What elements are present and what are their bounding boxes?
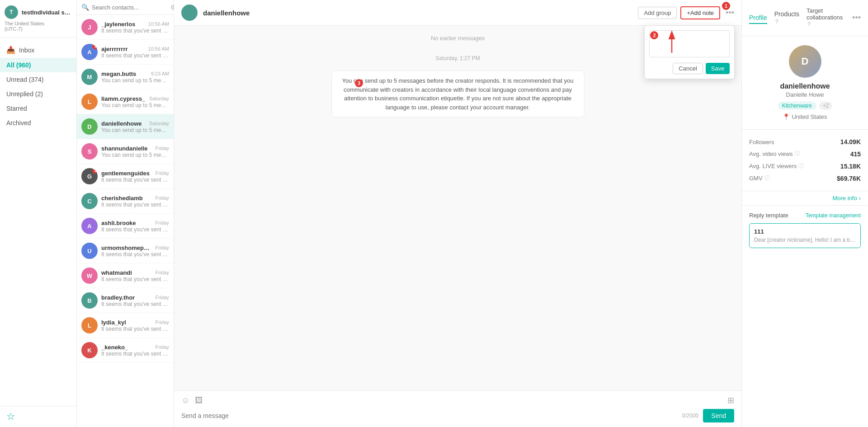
search-icon: 🔍 <box>81 4 89 11</box>
contact-item-cherishedlamb[interactable]: C cherishedlamb Friday It seems that you… <box>77 189 174 214</box>
avatar: K <box>81 342 98 358</box>
contact-item-jaylenerlos[interactable]: J _jaylenerlos 10:56 AM It seems that yo… <box>77 15 174 40</box>
contact-preview: It seems that you've sent too ... <box>101 177 169 183</box>
stat-value-followers: 14.09K <box>840 138 861 145</box>
contact-item-lydia-kyl[interactable]: L lydia_kyl Friday It seems that you've … <box>77 313 174 338</box>
starred-icon-button[interactable]: ☆ <box>6 411 15 422</box>
contact-preview: It seems that you've sent too ... <box>101 28 169 34</box>
contact-item-keneko[interactable]: K _keneko_ Friday It seems that you've s… <box>77 338 174 363</box>
contact-item-daniellenhowe[interactable]: D daniellenhowe Saturday You can send up… <box>77 114 174 139</box>
stat-value-gmv: $69.76K <box>837 175 861 182</box>
contact-time: 10:56 AM <box>148 21 169 27</box>
note-textarea[interactable] <box>649 30 730 57</box>
contact-name: urmomshomephone <box>101 244 151 251</box>
add-note-button[interactable]: +Add note <box>680 6 720 19</box>
sidebar-country: The United States <box>5 21 72 26</box>
contact-item-liamm-cypress[interactable]: L liamm.cypress_ Saturday You can send u… <box>77 89 174 114</box>
stat-row-avg-live-viewers: Avg. LIVE viewers ⓘ 15.18K <box>749 160 861 172</box>
contact-item-shannundanielle[interactable]: S shannundanielle Friday You can send up… <box>77 139 174 164</box>
contact-preview: It seems that you've sent too ... <box>101 52 169 59</box>
sidebar-item-label-archived: Archived <box>6 119 31 127</box>
location-pin-icon: 📍 <box>783 113 790 120</box>
avg-live-viewers-help-icon: ⓘ <box>798 162 804 170</box>
tab-profile[interactable]: Profile <box>749 12 767 24</box>
sidebar-item-starred[interactable]: Starred <box>0 101 76 116</box>
contact-time: Friday <box>155 220 169 225</box>
avatar: B <box>81 292 98 309</box>
contact-item-bradley-thor[interactable]: B bradley.thor Friday It seems that you'… <box>77 288 174 313</box>
contacts-search-bar: 🔍 ⚙ <box>77 0 174 15</box>
stat-row-followers: Followers 14.09K <box>749 136 861 148</box>
image-icon[interactable]: 🖼 <box>195 396 203 405</box>
contact-item-ajerrrrrrrr[interactable]: A 1 ajerrrrrrrr 10:56 AM It seems that y… <box>77 40 174 65</box>
sidebar-item-inbox[interactable]: 📥 Inbox <box>0 42 76 58</box>
contact-preview: You can send up to 5 messag... <box>101 152 169 158</box>
add-note-popup: 2 Cancel <box>644 25 735 79</box>
right-panel-more-icon[interactable]: ••• <box>852 13 861 23</box>
unread-badge: 1 <box>92 44 98 49</box>
sidebar-item-label-starred: Starred <box>6 105 27 112</box>
grid-icon[interactable]: ⊞ <box>727 395 734 405</box>
sidebar-nav: 📥 Inbox All (960) Unread (374) Unreplied… <box>0 38 76 406</box>
avatar: M <box>81 69 98 85</box>
more-info-link[interactable]: More info › <box>742 191 868 206</box>
sidebar-item-label-all: All (960) <box>6 61 31 69</box>
profile-handle: daniellenhowe <box>780 82 830 90</box>
contact-preview: It seems that you've sent too ... <box>101 301 169 307</box>
contact-item-gentlemenguides[interactable]: G 1 gentlemenguides Friday It seems that… <box>77 164 174 189</box>
contact-preview: It seems that you've sent too ... <box>101 202 169 208</box>
add-group-button[interactable]: Add group <box>638 7 677 19</box>
template-management-link[interactable]: Template management <box>806 212 861 219</box>
contact-name: _keneko_ <box>101 344 128 351</box>
profile-stats: Followers 14.09K Avg. video views ⓘ 415 … <box>742 130 868 191</box>
location-text: United States <box>792 113 827 120</box>
stat-label-avg-video-views: Avg. video views ⓘ <box>749 150 800 158</box>
sidebar-item-unread[interactable]: Unread (374) <box>0 72 76 87</box>
contact-item-ashli-brooke[interactable]: A ashli.brooke Friday It seems that you'… <box>77 214 174 239</box>
avatar: L <box>81 317 98 333</box>
avatar: W <box>81 267 98 284</box>
contact-item-megan-butts[interactable]: M megan.butts 9:23 AM You can send up to… <box>77 65 174 89</box>
contact-name: shannundanielle <box>101 145 148 152</box>
contact-item-whatmandi[interactable]: W whatmandi Friday It seems that you've … <box>77 263 174 288</box>
note-popup-wrapper: +Add note 1 2 <box>680 6 720 19</box>
chat-header: daniellenhowe Add group +Add note 1 2 <box>174 0 741 26</box>
emoji-icon[interactable]: ☺ <box>181 396 189 405</box>
search-input[interactable] <box>92 4 168 11</box>
sidebar-item-all[interactable]: All (960) <box>0 58 76 72</box>
sidebar-item-unreplied[interactable]: Unreplied (2) <box>0 87 76 101</box>
avatar: J <box>81 19 98 35</box>
right-panel-header: Profile Products ? Target collaborations… <box>742 0 868 36</box>
no-earlier-messages: No earlier messages <box>192 35 723 42</box>
template-card[interactable]: 111 Dear [creator nickname], Hello! I am… <box>749 223 861 248</box>
contact-time: Friday <box>155 344 169 350</box>
tab-products[interactable]: Products ? <box>774 9 799 28</box>
stat-value-avg-live-viewers: 15.18K <box>840 163 861 170</box>
avatar: L <box>81 94 98 110</box>
contact-name: bradley.thor <box>101 294 135 301</box>
inbox-icon: 📥 <box>6 46 15 54</box>
sidebar-item-label-unreplied: Unreplied (2) <box>6 90 43 98</box>
contact-time: Saturday <box>149 121 169 126</box>
contact-name: _jaylenerlos <box>101 21 135 28</box>
message-date-divider: Saturday, 1:27 PM <box>192 55 723 61</box>
note-save-button[interactable]: Save <box>706 63 730 74</box>
note-cancel-button[interactable]: Cancel <box>673 63 703 74</box>
tag-kitchenware: Kitchenware <box>778 102 816 110</box>
contact-time: 9:23 AM <box>151 71 169 76</box>
annotation-1: 1 <box>722 2 730 10</box>
avatar: S <box>81 143 98 160</box>
contacts-list: J _jaylenerlos 10:56 AM It seems that yo… <box>77 15 174 427</box>
right-panel: Profile Products ? Target collaborations… <box>741 0 868 427</box>
avatar: C <box>81 193 98 209</box>
contact-item-urmomshomephone[interactable]: U urmomshomephone Friday It seems that y… <box>77 239 174 263</box>
avatar: A 1 <box>81 44 98 60</box>
contact-time: 10:56 AM <box>148 46 169 52</box>
sidebar-username: testIndividual sho... <box>22 9 71 16</box>
tab-target-collaborations[interactable]: Target collaborations ? <box>807 5 845 30</box>
contact-preview: It seems that you've sent too ... <box>101 276 169 282</box>
message-input[interactable] <box>181 412 678 419</box>
send-button[interactable]: Send <box>703 409 734 422</box>
sidebar-item-archived[interactable]: Archived <box>0 116 76 130</box>
contact-preview: You can send up to 5 messag... <box>101 102 169 108</box>
